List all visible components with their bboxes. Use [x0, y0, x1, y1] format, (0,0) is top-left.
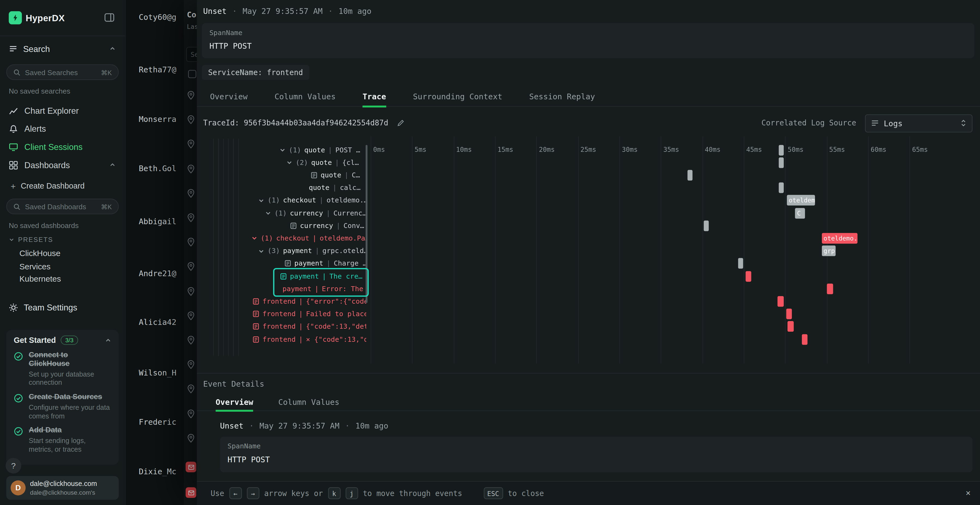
ed-tab-column-values[interactable]: Column Values — [278, 394, 339, 412]
trace-span-row[interactable]: payment|Error: The … — [197, 283, 366, 295]
left-arrow-key: ← — [229, 487, 242, 499]
checkbox-icon[interactable] — [188, 70, 196, 78]
edit-icon[interactable] — [397, 119, 404, 127]
span-duration-bar[interactable]: oteldemo.C — [787, 195, 815, 206]
help-button[interactable]: ? — [6, 458, 21, 473]
span-duration-bar[interactable] — [778, 183, 783, 193]
span-message: {cl… — [342, 158, 359, 167]
trace-span-row[interactable]: currency|Conv… — [197, 219, 366, 232]
get-started-header[interactable]: Get Started 3/3 — [14, 335, 111, 345]
sidebar-item-clickhouse[interactable]: ClickHouse — [19, 249, 113, 258]
trace-span-row[interactable]: frontend|× {"code":13,"d… — [197, 333, 366, 346]
span-duration-bar[interactable] — [738, 258, 743, 269]
user-menu[interactable]: D dale@clickhouse.com dale@clickhouse.co… — [6, 476, 119, 500]
session-row[interactable]: Alicia42 — [139, 317, 184, 327]
span-message: {"error":{"code… — [306, 297, 366, 306]
ed-tab-overview[interactable]: Overview — [216, 394, 253, 412]
trace-span-row[interactable]: payment|Charge … — [197, 257, 366, 270]
search-section-header[interactable]: Search — [0, 41, 125, 56]
get-started-item[interactable]: Create Data SourcesConfigure where your … — [14, 393, 111, 421]
tick-label: 10ms — [456, 146, 472, 153]
trace-span-row[interactable]: (1)currency|Currenc… — [197, 207, 366, 219]
sidebar-item-chart-explorer[interactable]: Chart Explorer — [0, 103, 125, 119]
trace-span-row[interactable]: frontend|{"error":{"code… — [197, 295, 366, 308]
span-duration-bar[interactable] — [687, 170, 692, 180]
session-row[interactable]: Wilson_H — [139, 368, 184, 377]
get-started-items: Connect to ClickHouseSet up your databas… — [14, 351, 111, 454]
trace-span-row[interactable]: payment|The cre… — [197, 270, 366, 283]
get-started-item-title: Connect to ClickHouse — [29, 351, 103, 368]
create-dashboard-button[interactable]: + Create Dashboard — [0, 180, 125, 192]
span-duration-bar[interactable]: grp — [822, 246, 836, 256]
span-duration-bar[interactable]: C — [795, 208, 805, 218]
get-started-item[interactable]: Add DataStart sending logs, metrics, or … — [14, 426, 111, 454]
session-row[interactable]: Beth.Gol — [139, 164, 184, 173]
tab-session-replay[interactable]: Session Replay — [529, 87, 595, 108]
get-started-item-title: Add Data — [29, 426, 103, 435]
span-duration-bar[interactable] — [778, 145, 783, 156]
tab-surrounding-context[interactable]: Surrounding Context — [413, 87, 502, 108]
span-duration-bar[interactable] — [788, 321, 794, 332]
session-detail-subtitle: Las — [187, 23, 198, 30]
gridline — [619, 136, 620, 364]
chevron-up-icon[interactable] — [105, 337, 111, 343]
sidebar-item-kubernetes[interactable]: Kubernetes — [19, 274, 113, 284]
sidebar-item-client-sessions[interactable]: Client Sessions — [0, 139, 125, 155]
trace-span-row[interactable]: (1)checkout|oteldemo.Pa… — [197, 232, 366, 245]
trace-span-row[interactable]: frontend|Failed to place… — [197, 308, 366, 320]
session-row[interactable]: Dixie_Mc — [139, 467, 184, 476]
service-name: frontend — [262, 335, 296, 343]
trace-span-row[interactable]: quote|calc… — [197, 181, 366, 194]
session-row[interactable]: Andre21@ — [139, 268, 184, 278]
collapse-sidebar-icon[interactable] — [104, 13, 115, 22]
team-settings-item[interactable]: Team Settings — [0, 300, 125, 315]
gridline — [453, 136, 454, 364]
session-row[interactable]: Retha77@ — [139, 65, 184, 74]
doc-icon — [290, 222, 297, 229]
get-started-item[interactable]: Connect to ClickHouseSet up your databas… — [14, 351, 111, 387]
sidebar-item-alerts[interactable]: Alerts — [0, 121, 125, 137]
tick-label: 60ms — [870, 146, 886, 153]
session-row[interactable]: Coty60@g — [139, 13, 184, 22]
gridline — [785, 136, 786, 364]
sidebar-item-dashboards[interactable]: Dashboards — [0, 157, 125, 173]
tab-column-values[interactable]: Column Values — [274, 87, 336, 108]
doc-icon — [253, 298, 259, 305]
session-row[interactable]: Monserra — [139, 114, 184, 124]
error-event-icon[interactable] — [186, 487, 196, 498]
tick-label: 45ms — [746, 146, 762, 153]
waterfall-scrollbar[interactable] — [366, 145, 368, 303]
search-icon — [13, 203, 21, 210]
session-row[interactable]: Frederic — [139, 418, 184, 427]
span-duration-bar[interactable]: oteldemo. — [822, 233, 857, 243]
log-source-select[interactable]: Logs — [865, 114, 973, 132]
span-duration-bar[interactable] — [745, 271, 751, 281]
trace-span-row[interactable]: (1)quote|POST … — [197, 144, 366, 156]
hyperdx-logo-icon — [9, 11, 22, 24]
session-row[interactable]: Abbigail — [139, 217, 184, 226]
trace-span-row[interactable]: (3)payment|grpc.oteld… — [197, 245, 366, 257]
trace-id-text: TraceId: 956f3b4a44b03aa4daf946242554d87… — [203, 119, 388, 127]
span-duration-bar[interactable] — [827, 284, 833, 294]
search-section-label: Search — [23, 44, 50, 53]
trace-span-row[interactable]: frontend|{"code":13,"det… — [197, 320, 366, 333]
separator: | — [335, 158, 339, 167]
span-duration-bar[interactable] — [778, 157, 783, 168]
sidebar-item-services[interactable]: Services — [19, 262, 113, 271]
close-icon[interactable]: ✕ — [966, 488, 971, 497]
span-duration-bar[interactable] — [778, 296, 783, 306]
presets-header[interactable]: PRESETS — [9, 236, 53, 243]
trace-span-row[interactable]: quote|C… — [197, 169, 366, 181]
service-name-badge[interactable]: ServiceName: frontend — [202, 65, 309, 80]
tab-overview[interactable]: Overview — [210, 87, 247, 108]
saved-searches-input[interactable]: Saved Searches ⌘K — [6, 64, 119, 80]
tab-trace[interactable]: Trace — [363, 87, 386, 108]
saved-dashboards-input[interactable]: Saved Dashboards ⌘K — [6, 199, 119, 214]
trace-span-row[interactable]: (1)checkout|oteldemo.… — [197, 194, 366, 207]
error-event-icon[interactable] — [186, 462, 196, 472]
trace-span-row[interactable]: (2)quote|{cl… — [197, 156, 366, 169]
right-arrow-key: → — [247, 487, 259, 499]
span-duration-bar[interactable] — [786, 308, 792, 319]
span-duration-bar[interactable] — [802, 334, 807, 345]
span-duration-bar[interactable] — [704, 221, 709, 231]
